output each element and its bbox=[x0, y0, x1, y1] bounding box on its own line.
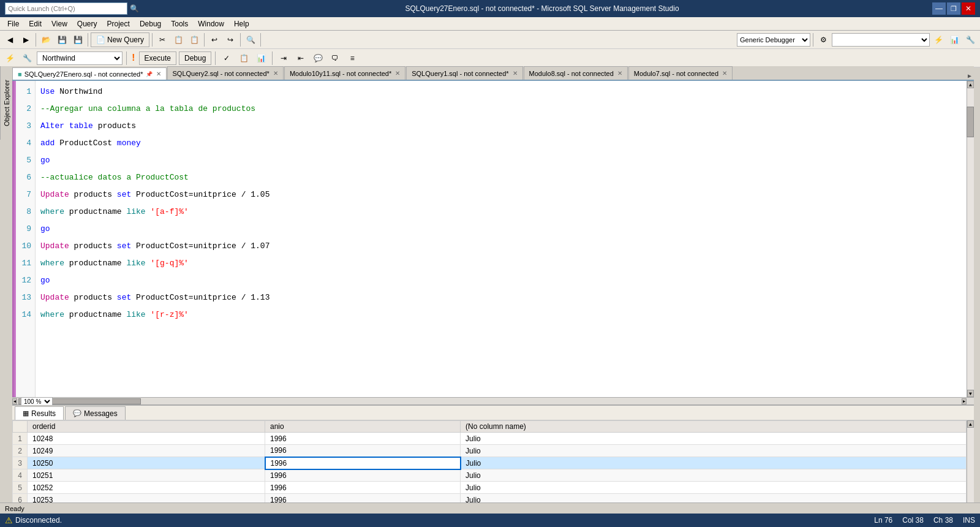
minimize-button[interactable]: — bbox=[932, 2, 946, 15]
tab-sqlquery2[interactable]: SQLQuery2.sql - not connected* ✕ bbox=[167, 66, 284, 80]
search-icon[interactable]: 🔍 bbox=[130, 4, 139, 13]
debugger-select[interactable]: Generic Debugger bbox=[737, 33, 810, 47]
toolbar-search-button[interactable]: 🔍 bbox=[243, 32, 258, 47]
menu-tools[interactable]: Tools bbox=[166, 18, 193, 29]
toolbar-properties-button[interactable]: ⚙ bbox=[816, 32, 831, 47]
editor-hscroll[interactable]: ◀ ▶ 100 % bbox=[12, 397, 974, 404]
tab-sqlquery27enero[interactable]: ■ SQLQuery27Enero.sql - not connected* 📌… bbox=[12, 67, 167, 81]
col3-cell[interactable]: Julio bbox=[461, 482, 967, 494]
debug-button[interactable]: Debug bbox=[179, 51, 211, 65]
menu-debug[interactable]: Debug bbox=[135, 18, 166, 29]
toolbar2-btn1[interactable]: ⚡ bbox=[2, 51, 17, 66]
toolbar-redo-button[interactable]: ↪ bbox=[223, 32, 238, 47]
toolbar-back-button[interactable]: ◀ bbox=[2, 32, 17, 47]
menu-file[interactable]: File bbox=[2, 18, 24, 29]
toolbar-paste-button[interactable]: 📋 bbox=[187, 32, 202, 47]
tab-close-1[interactable]: ✕ bbox=[273, 70, 278, 77]
tab-modulo8[interactable]: Modulo8.sql - not connected ✕ bbox=[524, 66, 628, 80]
result-tab-results[interactable]: ▦ Results bbox=[15, 406, 64, 420]
quick-launch-input[interactable] bbox=[5, 2, 127, 15]
tab-close-5[interactable]: ✕ bbox=[722, 70, 727, 77]
tab-close-4[interactable]: ✕ bbox=[617, 70, 622, 77]
menu-view[interactable]: View bbox=[47, 18, 72, 29]
col-anio: anio bbox=[265, 421, 461, 433]
execute-button[interactable]: Execute bbox=[139, 51, 176, 65]
toolbar-undo-button[interactable]: ↩ bbox=[207, 32, 222, 47]
line-num-14: 14 bbox=[16, 306, 31, 324]
close-button[interactable]: ✕ bbox=[962, 2, 975, 15]
editor-scrollbar-right[interactable]: ▲ ▼ bbox=[967, 81, 974, 397]
menu-window[interactable]: Window bbox=[193, 18, 229, 29]
toolbar-forward-button[interactable]: ▶ bbox=[18, 32, 33, 47]
zoom-select[interactable]: 100 % bbox=[21, 397, 53, 406]
toolbar2-check-button[interactable]: ✓ bbox=[219, 51, 234, 66]
orderid-cell[interactable]: 10249 bbox=[28, 445, 265, 457]
result-tab-messages[interactable]: 💬 Messages bbox=[65, 406, 126, 420]
orderid-cell[interactable]: 10251 bbox=[28, 469, 265, 482]
anio-cell[interactable]: 1996 bbox=[265, 457, 461, 469]
toolbar-extra1-button[interactable]: ⚡ bbox=[931, 32, 946, 47]
toolbar2-parse-button[interactable]: 📋 bbox=[236, 51, 251, 66]
hscroll-left-arrow[interactable]: ◀ bbox=[12, 398, 17, 404]
toolbar-open-button[interactable]: 📂 bbox=[39, 32, 53, 47]
table-row[interactable]: 2102491996Julio bbox=[13, 445, 967, 457]
table-row[interactable]: 4102511996Julio bbox=[13, 469, 967, 482]
toolbar2-indent-button[interactable]: ⇥ bbox=[276, 51, 291, 66]
col3-cell[interactable]: Julio bbox=[461, 445, 967, 457]
tab-sqlquery1[interactable]: SQLQuery1.sql - not connected* ✕ bbox=[406, 66, 522, 80]
toolbar-cut-button[interactable]: ✂ bbox=[155, 32, 170, 47]
toolbar2-format-button[interactable]: ≡ bbox=[345, 51, 360, 66]
toolbar-save-button[interactable]: 💾 bbox=[55, 32, 69, 47]
orderid-cell[interactable]: 10252 bbox=[28, 482, 265, 494]
toolbar-extra3-button[interactable]: 🔧 bbox=[963, 32, 978, 47]
col3-cell[interactable]: Julio bbox=[461, 433, 967, 445]
tab-scroll-right-icon[interactable]: ▶ bbox=[968, 72, 971, 80]
new-query-button[interactable]: 📄 New Query bbox=[91, 32, 149, 47]
code-content[interactable]: Use Northwind --Agregar una columna a la… bbox=[36, 81, 967, 397]
anio-cell[interactable]: 1996 bbox=[265, 482, 461, 494]
menu-edit[interactable]: Edit bbox=[24, 18, 47, 29]
scroll-thumb[interactable] bbox=[967, 107, 974, 137]
table-row[interactable]: 3102501996Julio bbox=[13, 457, 967, 469]
scroll-down-arrow[interactable]: ▼ bbox=[967, 390, 974, 397]
menu-help[interactable]: Help bbox=[229, 18, 254, 29]
token: --Agregar una columna a la tabla de prod… bbox=[40, 100, 255, 118]
tab-modulo7[interactable]: Modulo7.sql - not connected ✕ bbox=[628, 66, 733, 80]
anio-cell[interactable]: 1996 bbox=[265, 433, 461, 445]
title-text: SQLQuery27Enero.sql - not connected* - M… bbox=[152, 4, 932, 13]
result-scroll-up[interactable]: ▲ bbox=[967, 420, 974, 428]
code-line-6: --actualice datos a ProductCost bbox=[40, 169, 962, 186]
scroll-up-arrow[interactable]: ▲ bbox=[967, 81, 974, 88]
tab-close-2[interactable]: ✕ bbox=[395, 70, 400, 77]
col3-cell[interactable]: Julio bbox=[461, 457, 967, 469]
orderid-cell[interactable]: 10248 bbox=[28, 433, 265, 445]
col3-cell[interactable]: Julio bbox=[461, 469, 967, 482]
object-explorer-tab[interactable]: Object Explorer bbox=[0, 66, 12, 140]
anio-cell[interactable]: 1996 bbox=[265, 469, 461, 482]
table-row[interactable]: 1102481996Julio bbox=[13, 433, 967, 445]
anio-cell[interactable]: 1996 bbox=[265, 445, 461, 457]
token: add bbox=[40, 135, 55, 152]
restore-button[interactable]: ❐ bbox=[947, 2, 960, 15]
token: '[g-q]%' bbox=[150, 255, 188, 272]
toolbar2-uncomment-button[interactable]: 🗨 bbox=[328, 51, 342, 66]
orderid-cell[interactable]: 10250 bbox=[28, 457, 265, 469]
hscroll-right-arrow[interactable]: ▶ bbox=[962, 398, 967, 404]
toolbar2-comment-button[interactable]: 💬 bbox=[311, 51, 325, 66]
tab-close-0[interactable]: ✕ bbox=[156, 70, 161, 77]
toolbar-extra2-button[interactable]: 📊 bbox=[947, 32, 962, 47]
toolbar-copy-button[interactable]: 📋 bbox=[171, 32, 186, 47]
solution-select[interactable] bbox=[832, 33, 930, 47]
toolbar2-include-actual-button[interactable]: 📊 bbox=[254, 51, 268, 66]
toolbar2-btn2[interactable]: 🔧 bbox=[20, 51, 34, 66]
menu-project[interactable]: Project bbox=[102, 18, 135, 29]
tab-label-4: Modulo8.sql - not connected bbox=[529, 70, 614, 77]
database-select[interactable]: Northwind bbox=[37, 51, 123, 65]
tab-close-3[interactable]: ✕ bbox=[513, 70, 518, 77]
tab-modulo10y11[interactable]: Modulo10y11.sql - not connected* ✕ bbox=[284, 66, 405, 80]
toolbar-save-all-button[interactable]: 💾 bbox=[70, 32, 85, 47]
menu-query[interactable]: Query bbox=[72, 18, 102, 29]
table-row[interactable]: 5102521996Julio bbox=[13, 482, 967, 494]
toolbar2-outdent-button[interactable]: ⇤ bbox=[293, 51, 308, 66]
token: set bbox=[117, 289, 131, 306]
